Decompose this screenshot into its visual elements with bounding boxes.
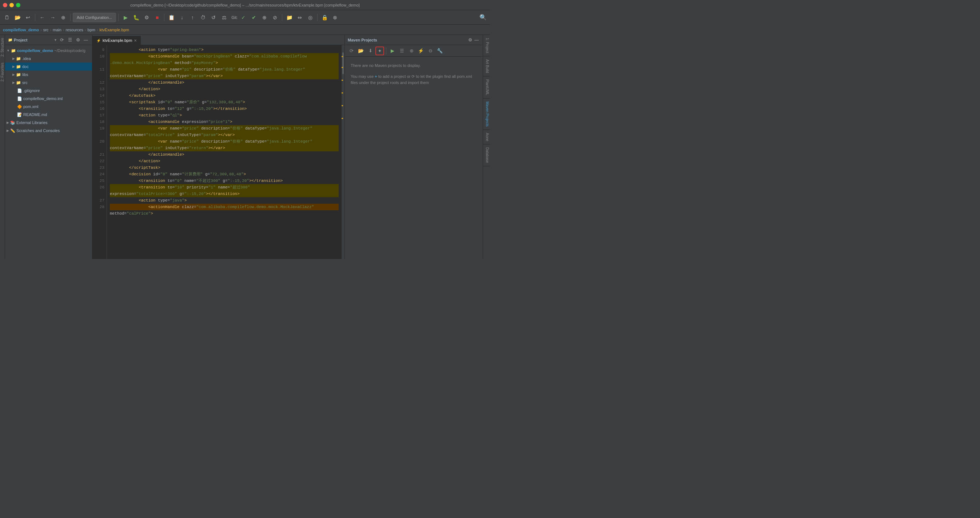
file-changes-button[interactable]: 📁	[285, 13, 294, 22]
tree-item-readme[interactable]: 📝 README.md	[5, 111, 92, 119]
scroll-indicator[interactable]	[342, 45, 345, 259]
right-strip-project[interactable]: 1: Project	[483, 35, 490, 56]
maven-profile-button[interactable]: ⊕	[407, 46, 416, 55]
tree-item-pom[interactable]: 🔶 pom.xml	[5, 103, 92, 111]
ext-libs-label: External Libraries	[16, 121, 48, 125]
push-button[interactable]: ↑	[188, 13, 197, 22]
coverage-button[interactable]: ⚙	[142, 13, 151, 22]
tree-item-iml[interactable]: 📄 compileflow_demo.iml	[5, 95, 92, 103]
diff-button[interactable]: ⚖	[220, 13, 229, 22]
doc-label: doc	[22, 64, 29, 69]
gitignore-icon: 📄	[17, 88, 22, 93]
pom-icon: 🔶	[17, 105, 22, 109]
maven-tasks-button[interactable]: ☰	[398, 46, 406, 55]
git-checkmark-button[interactable]: ✓	[239, 13, 248, 22]
dropdown-arrow[interactable]: ▼	[54, 38, 57, 42]
maven-collapse-all-button[interactable]: ⊖	[426, 46, 435, 55]
add-configuration-button[interactable]: Add Configuration...	[73, 13, 116, 22]
minimize-button[interactable]	[10, 3, 14, 7]
git-extra-button[interactable]: ⊕	[260, 13, 269, 22]
save-all-button[interactable]: ↩	[23, 13, 33, 22]
code-editor[interactable]: 9 10 11 12 13 14 15 16 17 18 19 20 21 22…	[92, 45, 345, 259]
project-tree: ▼ 📁 compileflow_demo ~/Desktop/code/g ▶ …	[5, 45, 92, 259]
tree-item-scratches[interactable]: ▶ ✏️ Scratches and Consoles	[5, 127, 92, 135]
sync-button[interactable]: ⟳	[59, 37, 65, 43]
breadcrumb-main[interactable]: main	[53, 28, 62, 32]
git-confirm-button[interactable]: ✔	[249, 13, 259, 22]
deploy-button[interactable]: 🔒	[320, 13, 329, 22]
scroll-mark-1	[342, 56, 343, 57]
maven-download-button[interactable]: ⬇	[366, 46, 375, 55]
run-button[interactable]: ▶	[121, 13, 130, 22]
merge-button[interactable]: ⇔	[295, 13, 304, 22]
tree-item-gitignore[interactable]: 📄 .gitignore	[5, 87, 92, 95]
maximize-button[interactable]	[16, 3, 21, 7]
open-button[interactable]: 📂	[13, 13, 22, 22]
code-line-28b: method="calPrice">	[110, 210, 339, 217]
tree-item-ext-libs[interactable]: ▶ 📚 External Libraries	[5, 119, 92, 127]
maven-lightning-button[interactable]: ⚡	[417, 46, 425, 55]
editor-tabs: ⚡ ktvExample.bpm ✕	[92, 35, 345, 45]
code-line-25: <transition to="9" name="不超过300" g=":-15…	[110, 178, 339, 184]
maven-generate-button[interactable]: 📂	[356, 46, 365, 55]
maven-settings2-button[interactable]: 🔧	[436, 46, 444, 55]
breadcrumb-bpm[interactable]: bpm	[88, 28, 95, 32]
line-numbers: 9 10 11 12 13 14 15 16 17 18 19 20 21 22…	[92, 45, 107, 259]
settings-button[interactable]: ⚙	[75, 37, 81, 43]
favorites-strip-label[interactable]: 2: Favorites	[0, 60, 4, 84]
breadcrumb-resources[interactable]: resources	[66, 28, 83, 32]
code-line-15: <scriptTask id="9" name="原价" g="132,389,…	[110, 99, 339, 105]
breadcrumb-compileflow-demo[interactable]: compileflow_demo	[3, 28, 39, 32]
separator-6	[317, 14, 318, 21]
debug-button[interactable]: 🐛	[131, 13, 141, 22]
collapse-button[interactable]: ☰	[67, 37, 73, 43]
new-file-button[interactable]: 🗒	[2, 13, 12, 22]
update-button[interactable]: ↓	[177, 13, 187, 22]
root-folder-icon: 📁	[11, 48, 16, 53]
maven-hint: You may use + to add a project or ⟳ to l…	[351, 73, 477, 86]
code-line-12: </actionHandle>	[110, 79, 339, 86]
maven-add-button[interactable]: +	[375, 46, 384, 55]
right-strip-maven[interactable]: Maven Projects	[483, 99, 490, 130]
tree-item-root[interactable]: ▼ 📁 compileflow_demo ~/Desktop/code/g	[5, 46, 92, 54]
commit-button[interactable]: 📋	[167, 13, 176, 22]
git-history-button[interactable]: ⏱	[198, 13, 208, 22]
project-panel-header: 📁 Project ▼ ⟳ ☰ ⚙ —	[5, 35, 92, 45]
maven-refresh-button[interactable]: ⟳	[347, 46, 356, 55]
right-strip-database[interactable]: Database	[483, 145, 490, 166]
maven-settings-button[interactable]: ⚙	[467, 37, 473, 43]
tree-item-doc[interactable]: ▶ 📁 doc	[5, 63, 92, 71]
right-strip-plantuml[interactable]: PlantUML	[483, 76, 490, 99]
right-strip-aone[interactable]: Aone	[483, 130, 490, 145]
back-button[interactable]: ←	[37, 13, 47, 22]
maven-minimize-button[interactable]: —	[473, 37, 480, 43]
window-controls[interactable]	[3, 3, 21, 7]
nav-button[interactable]: ⊕	[59, 13, 68, 22]
editor-tab-ktv[interactable]: ⚡ ktvExample.bpm ✕	[92, 36, 141, 45]
search-everywhere-button[interactable]: 🔍	[478, 13, 488, 22]
revert-button[interactable]: ↺	[209, 13, 218, 22]
stop-button[interactable]: ■	[153, 13, 162, 22]
breadcrumb-ktv[interactable]: ktvExample.bpm	[100, 28, 129, 32]
code-content[interactable]: <action type="spring-bean"> <actionHandl…	[107, 45, 342, 259]
breadcrumb-src[interactable]: src	[43, 28, 49, 32]
structure-strip-label[interactable]: 2: Structure	[0, 35, 4, 60]
close-button[interactable]	[3, 3, 7, 7]
readme-label: README.md	[23, 113, 47, 117]
scroll-thumb[interactable]	[342, 52, 344, 74]
breadcrumb-sep-4: ›	[85, 28, 86, 32]
compare-button[interactable]: ◎	[305, 13, 315, 22]
readme-icon: 📝	[17, 113, 22, 117]
forward-button[interactable]: →	[48, 13, 57, 22]
minimize-panel-button[interactable]: —	[83, 37, 89, 43]
aone-button[interactable]: ⊗	[330, 13, 340, 22]
tree-item-src[interactable]: ▶ 📁 src	[5, 79, 92, 87]
tree-item-idea[interactable]: ▶ 📁 .idea	[5, 54, 92, 63]
maven-run-button[interactable]: ▶	[388, 46, 397, 55]
code-line-20b: contextVarName="price" inOutType="return…	[110, 145, 339, 151]
right-strip-artbuild[interactable]: Art Build	[483, 56, 490, 76]
src-label: src	[22, 80, 28, 85]
tab-close-button[interactable]: ✕	[134, 38, 137, 43]
tree-item-libs[interactable]: ▶ 📁 libs	[5, 71, 92, 79]
git-more-button[interactable]: ⊘	[270, 13, 280, 22]
